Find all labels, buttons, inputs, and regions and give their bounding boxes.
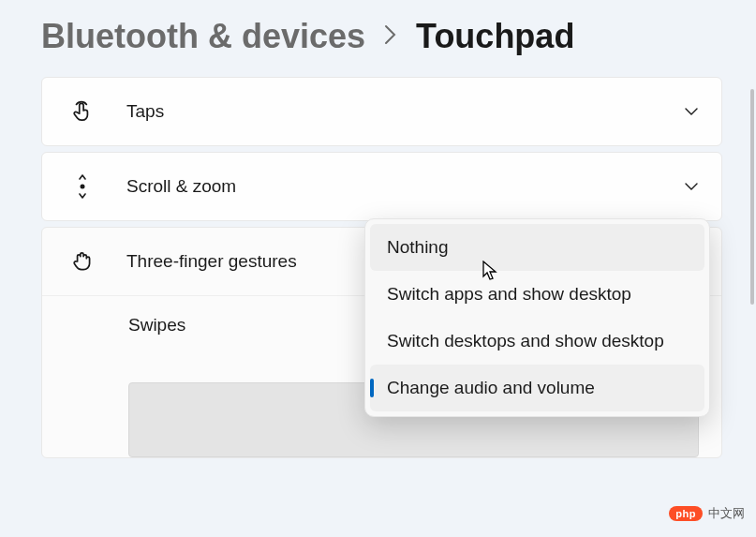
swipes-label: Swipes <box>128 315 185 335</box>
dropdown-item-switch-apps[interactable]: Switch apps and show desktop <box>370 271 704 318</box>
swipes-dropdown: Nothing Switch apps and show desktop Swi… <box>364 218 710 417</box>
scroll-zoom-section[interactable]: Scroll & zoom <box>41 152 722 221</box>
section-title: Taps <box>126 101 684 122</box>
dropdown-item-change-audio[interactable]: Change audio and volume <box>370 365 704 411</box>
scrollbar[interactable] <box>750 89 754 530</box>
breadcrumb: Bluetooth & devices Touchpad <box>41 17 749 56</box>
chevron-right-icon <box>384 22 397 52</box>
scroll-icon <box>68 172 96 201</box>
section-title: Scroll & zoom <box>126 176 684 197</box>
chevron-down-icon <box>684 179 699 194</box>
tap-icon <box>68 97 96 126</box>
watermark: php 中文网 <box>669 505 745 522</box>
watermark-badge: php <box>669 506 703 521</box>
breadcrumb-parent[interactable]: Bluetooth & devices <box>41 17 365 56</box>
hand-icon <box>68 247 96 276</box>
watermark-text: 中文网 <box>708 505 745 522</box>
taps-section[interactable]: Taps <box>41 77 722 146</box>
scrollbar-thumb[interactable] <box>750 89 754 305</box>
breadcrumb-current: Touchpad <box>416 17 574 56</box>
dropdown-item-switch-desktops[interactable]: Switch desktops and show desktop <box>370 318 704 365</box>
chevron-down-icon <box>684 104 699 119</box>
svg-point-0 <box>81 185 85 189</box>
dropdown-item-nothing[interactable]: Nothing <box>370 224 704 271</box>
